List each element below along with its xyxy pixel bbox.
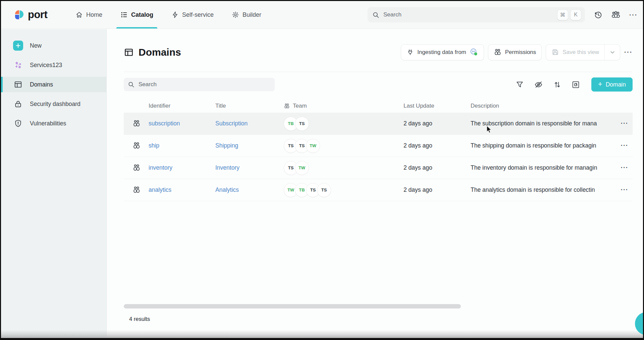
team-icon	[611, 10, 621, 19]
table-row[interactable]: ship Shipping TS TS TW 2 days ago The sh…	[124, 135, 633, 157]
last-update-cell: 2 days ago	[404, 164, 471, 171]
sidebar-item-new[interactable]: New	[1, 38, 106, 53]
table-search[interactable]	[124, 78, 275, 91]
results-count: 4 results	[129, 316, 150, 322]
sidebar-item-label: Security dashboard	[30, 101, 80, 108]
title-link[interactable]: Analytics	[215, 186, 284, 193]
title-link[interactable]: Shipping	[215, 142, 284, 149]
team-avatars: TW TB TS TS	[284, 183, 404, 197]
row-more-button[interactable]: ···	[621, 120, 628, 127]
table-header: Identifier Title Team Last Update Descri…	[124, 99, 633, 113]
identifier-link[interactable]: inventory	[149, 164, 215, 171]
history-button[interactable]	[594, 10, 602, 19]
plus-icon	[13, 41, 23, 51]
shield-alert-icon	[13, 119, 23, 128]
group-by-button[interactable]	[572, 80, 580, 89]
header-actions: Ingesting data from	[401, 44, 633, 60]
sidebar-item-label: New	[30, 42, 42, 49]
top-navigation: Home Catalog Self-service	[75, 1, 261, 29]
identifier-link[interactable]: ship	[149, 142, 215, 149]
port-logo[interactable]: port	[14, 9, 47, 21]
ellipsis-icon: ···	[629, 11, 638, 18]
sidebar-item-label: Vulnerabilities	[30, 120, 66, 127]
global-search[interactable]: ⌘ K	[368, 7, 585, 22]
lightning-icon	[171, 11, 179, 18]
sidebar-item-vulnerabilities[interactable]: Vulnerabilities	[1, 116, 106, 131]
filter-icon	[516, 80, 524, 89]
column-title[interactable]: Title	[215, 103, 284, 109]
sort-arrows-icon	[553, 80, 561, 89]
column-last-update[interactable]: Last Update	[404, 103, 471, 109]
last-update-cell: 2 days ago	[404, 120, 471, 127]
eye-off-icon	[534, 80, 543, 89]
sort-button[interactable]	[553, 80, 561, 89]
page-title-text: Domains	[139, 47, 181, 58]
column-team-label: Team	[293, 103, 307, 109]
sidebar-item-domains[interactable]: Domains	[1, 77, 106, 92]
gear-icon	[232, 11, 239, 18]
plus-icon: +	[598, 80, 602, 88]
row-more-button[interactable]: ···	[621, 186, 628, 193]
table-icon	[13, 80, 23, 89]
team-avatars: TB TS	[284, 117, 404, 131]
team-chip: TW	[306, 139, 320, 153]
page-more-button[interactable]: ···	[624, 49, 633, 55]
page-title: Domains	[124, 47, 181, 58]
k-key: K	[571, 10, 581, 20]
table-search-input[interactable]	[138, 81, 271, 88]
nav-catalog[interactable]: Catalog	[120, 1, 153, 29]
nav-builder-label: Builder	[243, 11, 261, 18]
table-row[interactable]: inventory Inventory TS TW 2 days ago The…	[124, 157, 633, 179]
ingesting-data-button[interactable]: Ingesting data from	[401, 44, 484, 60]
identifier-link[interactable]: analytics	[149, 186, 215, 193]
group-by-icon	[572, 80, 580, 89]
add-domain-button[interactable]: + Domain	[591, 77, 633, 92]
nav-self-service[interactable]: Self-service	[171, 1, 214, 29]
title-link[interactable]: Inventory	[215, 164, 284, 171]
table-row[interactable]: analytics Analytics TW TB TS TS 2 days a…	[124, 179, 633, 201]
last-update-cell: 2 days ago	[404, 142, 471, 149]
horizontal-scrollbar[interactable]	[124, 304, 461, 308]
cmd-key: ⌘	[557, 10, 568, 20]
hide-columns-button[interactable]	[534, 80, 543, 89]
description-cell: The shipping domain is responsible for p…	[471, 142, 616, 149]
nav-builder[interactable]: Builder	[232, 1, 261, 29]
users-icon	[284, 103, 290, 109]
last-update-cell: 2 days ago	[404, 186, 471, 193]
nav-home[interactable]: Home	[75, 1, 102, 29]
port-logo-icon	[14, 9, 24, 20]
filter-button[interactable]	[516, 80, 524, 89]
permissions-button[interactable]: Permissions	[488, 44, 542, 60]
description-cell: The subscription domain is responsible f…	[471, 120, 616, 127]
table-icon	[124, 47, 134, 57]
save-view-label: Save this view	[562, 49, 599, 56]
organization-button[interactable]	[611, 10, 621, 19]
save-view-dropdown[interactable]	[604, 45, 620, 60]
table-row[interactable]: subscription Subscription TB TS 2 days a…	[124, 113, 633, 135]
column-description[interactable]: Description	[471, 103, 616, 109]
column-identifier[interactable]: Identifier	[149, 103, 215, 109]
history-icon	[594, 10, 602, 19]
top-bar-right: ⌘ K	[368, 1, 638, 29]
sidebar-item-services123[interactable]: Services123	[1, 57, 106, 73]
table-tools	[516, 80, 580, 89]
port-logo-text: port	[28, 9, 47, 21]
team-chip: TS	[317, 183, 331, 197]
search-icon	[372, 11, 379, 18]
top-more-button[interactable]: ···	[629, 12, 638, 18]
identifier-link[interactable]: subscription	[149, 120, 215, 127]
sidebar-item-security-dashboard[interactable]: Security dashboard	[1, 96, 106, 112]
row-more-button[interactable]: ···	[621, 164, 628, 171]
team-avatars: TS TW	[284, 161, 404, 175]
global-search-input[interactable]	[383, 11, 554, 18]
main-content: Domains Ingesting data from	[107, 29, 643, 338]
row-more-button[interactable]: ···	[621, 142, 628, 149]
ocean-integration-icon	[470, 48, 478, 56]
lock-icon	[13, 100, 23, 108]
title-link[interactable]: Subscription	[215, 120, 284, 127]
search-icon	[128, 81, 135, 88]
column-team[interactable]: Team	[284, 103, 404, 109]
save-view-button[interactable]: Save this view	[546, 45, 604, 60]
plug-icon	[407, 49, 414, 56]
nav-self-service-label: Self-service	[182, 11, 214, 18]
